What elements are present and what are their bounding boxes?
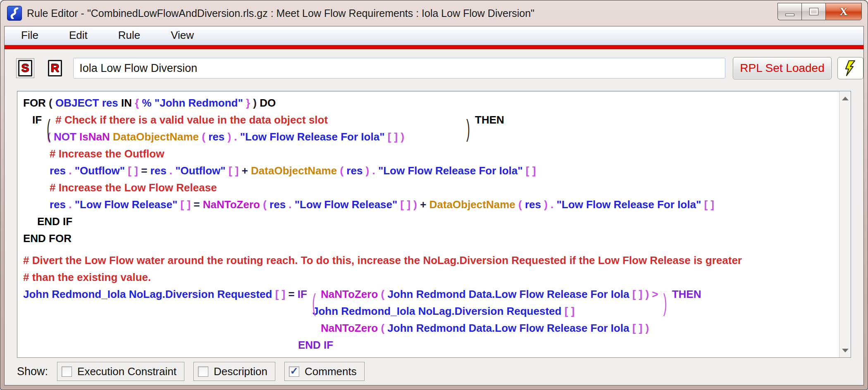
menu-view[interactable]: View (168, 28, 196, 43)
description-toggle[interactable]: ✓ Description (193, 362, 275, 381)
code-token: DataObjectName (429, 198, 518, 211)
code-token: ) . (366, 164, 378, 177)
code-token: ( (263, 198, 269, 211)
maximize-button[interactable] (801, 3, 825, 20)
code-line[interactable]: END IF (23, 337, 837, 354)
code-line[interactable]: John Redmond_Iola NoLag.Diversion Reques… (23, 303, 837, 320)
code-token: NaNToZero (318, 288, 381, 300)
execute-button[interactable] (837, 57, 863, 79)
rule-code-editor[interactable]: FOR ( OBJECT res IN { % "John Redmond" }… (17, 91, 851, 358)
description-checkbox[interactable]: ✓ (198, 366, 208, 377)
lightning-bolt-icon (843, 60, 857, 76)
code-token: # Increase the Low Flow Release (50, 181, 217, 194)
toolbar: S R RPL Set Loaded (5, 49, 863, 87)
rule-editor-window: Rule Editor - "CombinedLowFlowAndDiversi… (0, 0, 868, 390)
code-token: [ ] (181, 198, 194, 211)
code-token: THEN (472, 114, 504, 126)
code-token: ) . (544, 198, 556, 211)
code-token: FOR (23, 97, 49, 109)
rpl-set-loaded-button[interactable]: RPL Set Loaded (733, 57, 831, 79)
code-line[interactable]: END IF (23, 213, 837, 230)
code-line[interactable]: NaNToZero ( John Redmond Data.Low Flow R… (23, 320, 837, 337)
code-token: [ ] ) (388, 131, 404, 143)
code-line[interactable]: IF ( # Check if there is a valid value i… (23, 112, 837, 128)
show-options-bar: Show: ✓ Execution Constraint ✓ Descripti… (5, 358, 863, 385)
set-letter-icon: S (18, 60, 32, 76)
code-token: [ ] (275, 288, 289, 300)
riverware-app-icon (7, 6, 22, 21)
code-token: THEN (669, 288, 701, 300)
code-line[interactable]: res . "Low Flow Release" [ ] = NaNToZero… (23, 196, 837, 213)
code-token: END FOR (23, 232, 72, 245)
menu-rule[interactable]: Rule (116, 28, 143, 43)
code-token: } (243, 97, 250, 109)
code-line[interactable]: res . "Outflow" [ ] = res . "Outflow" [ … (23, 162, 837, 179)
code-token: "Outflow" (75, 164, 128, 177)
code-token: John Redmond_Iola NoLag.Diversion Reques… (23, 288, 275, 300)
description-label: Description (214, 365, 267, 378)
code-token: ) . (227, 131, 240, 143)
code-line[interactable]: # Divert the Low Flow water around the r… (23, 252, 837, 269)
code-token: = (288, 288, 297, 300)
vertical-scrollbar[interactable] (839, 91, 851, 357)
code-line[interactable]: ( NOT IsNaN DataObjectName ( res ) . "Lo… (23, 128, 837, 145)
close-button[interactable]: X (825, 3, 862, 20)
titlebar[interactable]: Rule Editor - "CombinedLowFlowAndDiversi… (0, 0, 868, 26)
rule-button[interactable]: R (46, 58, 64, 78)
rule-name-input[interactable] (73, 58, 725, 78)
code-token: [ ] (565, 305, 575, 317)
code-token: ( (381, 322, 387, 334)
comments-checkbox[interactable]: ✓ (289, 366, 299, 377)
code-token: . (69, 198, 74, 211)
code-token: OBJECT res (55, 97, 121, 109)
code-token: [ ] (128, 164, 141, 177)
code-token: [ ] (526, 164, 536, 177)
code-token: IsNaN (79, 131, 113, 143)
code-line[interactable]: John Redmond_Iola NoLag.Diversion Reques… (23, 286, 837, 303)
minimize-icon (785, 14, 794, 16)
code-line[interactable]: # Increase the Low Flow Release (23, 179, 837, 196)
code-line[interactable]: END FOR (23, 230, 837, 247)
execution-constraint-checkbox[interactable]: ✓ (62, 366, 72, 377)
code-token: END IF (37, 215, 72, 228)
code-token: % "John Redmond" (142, 97, 243, 109)
minimize-button[interactable] (777, 3, 801, 20)
menu-edit[interactable]: Edit (67, 28, 90, 43)
code-token: res (269, 198, 289, 211)
code-line[interactable]: FOR ( OBJECT res IN { % "John Redmond" }… (23, 95, 837, 112)
code-token: res (208, 131, 227, 143)
scroll-down-icon[interactable] (839, 345, 851, 356)
code-line[interactable]: # than the existing value. (23, 269, 837, 286)
show-label: Show: (17, 365, 48, 378)
code-line[interactable] (23, 247, 837, 252)
code-token: IF (32, 114, 45, 126)
code-token: NOT (54, 131, 79, 143)
code-token: "Low Flow Release" (295, 198, 401, 211)
code-token: DataObjectName (113, 131, 202, 143)
check-icon: ✓ (290, 366, 298, 376)
code-token: # Check if there is a valid value in the… (52, 114, 328, 126)
menu-file[interactable]: File (19, 28, 41, 43)
code-token: "Outflow" (175, 164, 229, 177)
code-token: res (525, 198, 544, 211)
rpl-set-button[interactable]: S (16, 58, 34, 78)
code-token: ( (47, 109, 50, 148)
code-line[interactable]: # Increase the Outflow (23, 145, 837, 162)
code-token: { (135, 97, 142, 109)
execution-constraint-toggle[interactable]: ✓ Execution Constraint (57, 362, 184, 381)
code-token: + (242, 164, 251, 177)
code-token: ( (49, 97, 55, 109)
scroll-up-icon[interactable] (839, 93, 851, 104)
close-icon: X (839, 5, 848, 18)
code-token: + (420, 198, 429, 211)
comments-toggle[interactable]: ✓ Comments (284, 362, 365, 381)
code-token: "Low Flow Release" (75, 198, 181, 211)
code-token: "Low Flow Release For Iola" (556, 198, 704, 211)
code-token: # than the existing value. (23, 271, 151, 283)
code-token: res (50, 164, 69, 177)
code-token: DataObjectName (251, 164, 340, 177)
code-token: ( (381, 288, 388, 300)
code-token: IN (121, 97, 135, 109)
code-token: NaNToZero (321, 322, 381, 334)
code-token: John Redmond Data.Low Flow Release For I… (387, 288, 632, 300)
